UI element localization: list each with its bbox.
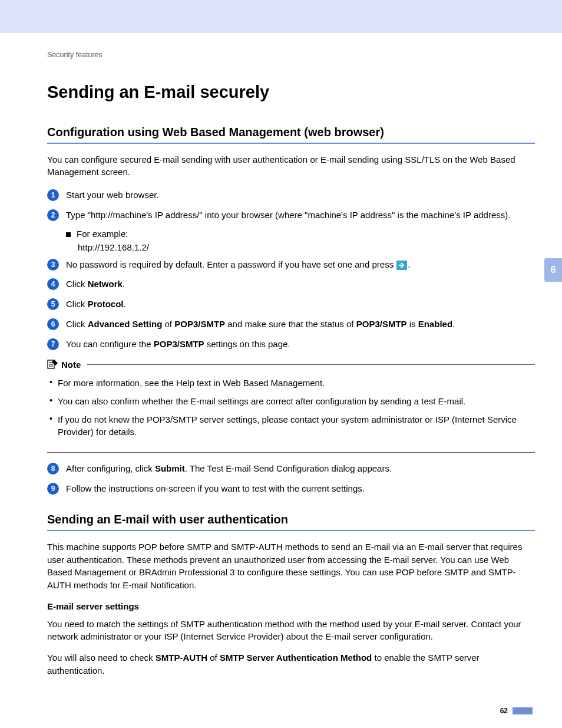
step-text: You can configure the POP3/SMTP settings… — [66, 338, 535, 351]
step-number-badge: 3 — [47, 259, 59, 271]
intro-text: You can configure secured E-mail sending… — [47, 153, 535, 178]
sub-heading: E-mail server settings — [47, 600, 535, 613]
note-item: You can also confirm whether the E-mail … — [47, 395, 535, 407]
note-pencil-icon — [47, 358, 59, 371]
step-number-badge: 4 — [47, 278, 59, 290]
step-number-badge: 2 — [47, 209, 59, 221]
paragraph: You will also need to check SMTP-AUTH of… — [47, 651, 535, 677]
page-footer: 62 — [47, 707, 535, 715]
example-text: http://192.168.1.2/ — [78, 242, 535, 252]
step-5: 5 Click Protocol. — [47, 298, 535, 311]
step-8: 8 After configuring, click Submit. The T… — [47, 462, 535, 475]
paragraph: This machine supports POP before SMTP an… — [47, 541, 535, 592]
step-text: Click Advanced Setting of POP3/SMTP and … — [66, 318, 535, 331]
note-header: Note — [47, 358, 535, 371]
note-label: Note — [61, 360, 87, 370]
page-number: 62 — [500, 707, 508, 715]
step-number-badge: 9 — [47, 483, 59, 495]
step-text: Type "http://machine's IP address/" into… — [66, 209, 535, 222]
footer-accent-bar — [513, 707, 533, 714]
note-item: For more information, see the Help text … — [47, 377, 535, 389]
breadcrumb: Security features — [47, 51, 535, 59]
step-text: Follow the instructions on-screen if you… — [66, 482, 535, 495]
section-heading-config: Configuration using Web Based Management… — [47, 126, 535, 144]
step-text: Click Network. — [66, 278, 535, 291]
step-number-badge: 5 — [47, 298, 59, 310]
note-block: Note For more information, see the Help … — [47, 358, 535, 453]
paragraph: You need to match the settings of SMTP a… — [47, 618, 535, 644]
step-number-badge: 6 — [47, 318, 59, 330]
step-7: 7 You can configure the POP3/SMTP settin… — [47, 338, 535, 351]
page-title: Sending an E-mail securely — [47, 83, 535, 102]
note-item: If you do not know the POP3/SMTP server … — [47, 413, 535, 438]
enter-arrow-icon — [396, 261, 407, 270]
square-bullet-icon — [66, 232, 71, 237]
sub-bullet-label: For example: — [77, 229, 128, 239]
step-4: 4 Click Network. — [47, 278, 535, 291]
step-text: After configuring, click Submit. The Tes… — [66, 462, 535, 475]
page-content: Security features Sending an E-mail secu… — [0, 33, 562, 728]
step-1: 1 Start your web browser. — [47, 189, 535, 202]
step-6: 6 Click Advanced Setting of POP3/SMTP an… — [47, 318, 535, 331]
step-2: 2 Type "http://machine's IP address/" in… — [47, 209, 535, 222]
step-9: 9 Follow the instructions on-screen if y… — [47, 482, 535, 495]
step-text: Click Protocol. — [66, 298, 535, 311]
sub-bullet: For example: — [66, 229, 535, 239]
note-rule — [87, 364, 535, 365]
step-number-badge: 8 — [47, 463, 59, 475]
step-number-badge: 1 — [47, 189, 59, 201]
top-banner — [0, 0, 562, 33]
step-number-badge: 7 — [47, 338, 59, 350]
note-list: For more information, see the Help text … — [47, 377, 535, 438]
step-3: 3 No password is required by default. En… — [47, 258, 535, 271]
section-heading-auth: Sending an E-mail with user authenticati… — [47, 513, 535, 531]
step-text: No password is required by default. Ente… — [66, 258, 535, 271]
step-text: Start your web browser. — [66, 189, 535, 202]
